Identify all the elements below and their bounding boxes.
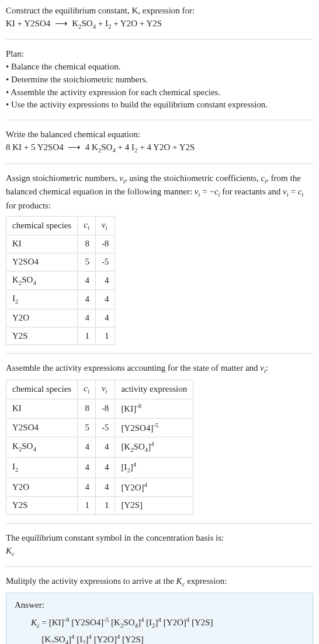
arrow: ⟶ [55, 19, 68, 28]
txt: + I [96, 19, 108, 28]
txt: Mulitply the activity expressions to arr… [6, 576, 176, 586]
cell-c: 5 [78, 418, 96, 437]
intro-equation: KI + Y2SO4 ⟶ K2SO4 + I2 + Y2O + Y2S [6, 18, 313, 32]
cell-c: 4 [78, 309, 96, 327]
stoich-table: chemical species ci νi KI8-8 Y2SO45-5 K2… [6, 216, 115, 346]
cell-v: -8 [95, 399, 115, 418]
txt: for reactants and [220, 187, 283, 196]
divider [6, 566, 313, 567]
kc-expanded: Kc = [KI]-8 [Y2SO4]-5 [K2SO4]4 [I2]4 [Y2… [31, 615, 304, 631]
cell-v: 4 [95, 309, 115, 327]
cell-species: Y2S [6, 327, 78, 345]
col-species: chemical species [6, 380, 78, 399]
txt: SO [82, 19, 93, 28]
txt: 4 K [85, 142, 98, 152]
cell-species: Y2O [6, 309, 78, 327]
cell-c: 4 [78, 271, 96, 290]
table-row: KI8-8 [6, 235, 115, 253]
txt: Assign stoichiometric numbers, [6, 173, 119, 183]
cell-species: KI [6, 399, 78, 418]
divider [6, 523, 313, 524]
cell-v: 4 [95, 271, 115, 290]
balanced-block: Write the balanced chemical equation: 8 … [6, 128, 313, 155]
intro-line-1: Construct the equilibrium constant, K, e… [6, 5, 313, 18]
txt: + Y2O + Y2S [111, 19, 162, 28]
cell-c: 8 [78, 235, 96, 253]
cell-species: Y2O [6, 478, 78, 497]
txt: SO [101, 142, 112, 152]
col-activity: activity expression [115, 380, 193, 399]
cell-v: 4 [95, 437, 115, 458]
cell-species: K2SO4 [6, 437, 78, 458]
table-header-row: chemical species ci νi activity expressi… [6, 380, 193, 399]
cell-c: 8 [78, 399, 96, 418]
col-vi: νi [95, 380, 115, 399]
fraction-numerator: [K2SO4]4 [I2]4 [Y2O]4 [Y2S] [39, 632, 146, 644]
txt: for products: [6, 201, 51, 210]
table-row: I244 [6, 290, 115, 309]
cell-activity: [Y2SO4]-5 [115, 418, 193, 437]
cell-activity: [KI]-8 [115, 399, 193, 418]
cell-c: 4 [78, 478, 96, 497]
cell-c: 1 [78, 327, 96, 345]
multiply-heading: Mulitply the activity expressions to arr… [6, 575, 313, 589]
divider [6, 39, 313, 40]
cell-v: -5 [95, 418, 115, 437]
plan-heading: Plan: [6, 48, 313, 61]
kc-text: The equilibrium constant symbol in the c… [6, 532, 313, 545]
cell-v: 4 [95, 478, 115, 497]
intro-text: Construct the equilibrium constant, K, e… [6, 6, 195, 15]
table-row: K2SO444[K2SO4]4 [6, 437, 193, 458]
kc-symbol: Kc [6, 545, 313, 559]
col-species: chemical species [6, 216, 78, 235]
cell-v: -8 [95, 235, 115, 253]
plan-bullet: • Assemble the activity expression for e… [6, 86, 313, 99]
assemble-heading: Assemble the activity expressions accoun… [6, 362, 313, 376]
arrow: ⟶ [68, 142, 81, 152]
txt: expression: [185, 576, 227, 586]
intro-block: Construct the equilibrium constant, K, e… [6, 5, 313, 31]
cell-activity: [Y2O]4 [115, 478, 193, 497]
cell-species: I2 [6, 457, 78, 478]
txt: K [72, 19, 78, 28]
plan-bullet: • Use the activity expressions to build … [6, 99, 313, 112]
cell-species: KI [6, 235, 78, 253]
table-row: Y2O44 [6, 309, 115, 327]
cell-species: I2 [6, 290, 78, 309]
col-ci: ci [78, 380, 96, 399]
txt: , using the stoichiometric coefficients, [125, 173, 261, 183]
equals: = [31, 641, 38, 644]
table-row: K2SO444 [6, 271, 115, 290]
assign-block: Assign stoichiometric numbers, νi, using… [6, 172, 313, 213]
table-row: KI8-8[KI]-8 [6, 399, 193, 418]
rhs: 4 K2SO4 + 4 I2 + 4 Y2O + Y2S [85, 142, 195, 152]
products: K2SO4 + I2 + Y2O + Y2S [72, 19, 162, 28]
balanced-equation: 8 KI + 5 Y2SO4 ⟶ 4 K2SO4 + 4 I2 + 4 Y2O … [6, 141, 313, 155]
cell-c: 4 [78, 290, 96, 309]
table-row: Y2S11 [6, 327, 115, 345]
col-vi: νi [95, 216, 115, 235]
plan-bullet: • Balance the chemical equation. [6, 61, 313, 74]
table-row: I244[I2]4 [6, 457, 193, 478]
balanced-heading: Write the balanced chemical equation: [6, 128, 313, 141]
table-row: Y2S11[Y2S] [6, 497, 193, 515]
activity-table: chemical species ci νi activity expressi… [6, 380, 193, 515]
cell-activity: [Y2S] [115, 497, 193, 515]
plan-block: Plan: • Balance the chemical equation. •… [6, 48, 313, 112]
table-row: Y2SO45-5 [6, 253, 115, 271]
table-header-row: chemical species ci νi [6, 216, 115, 235]
table-row: Y2O44[Y2O]4 [6, 478, 193, 497]
kc-fraction: = [K2SO4]4 [I2]4 [Y2O]4 [Y2S] [KI]8 [Y2S… [31, 632, 304, 644]
answer-label: Answer: [15, 599, 304, 612]
cell-c: 4 [78, 437, 96, 458]
divider [6, 120, 313, 120]
cell-species: K2SO4 [6, 271, 78, 290]
answer-box: Answer: Kc = [KI]-8 [Y2SO4]-5 [K2SO4]4 [… [6, 593, 313, 644]
kc-symbol-block: The equilibrium constant symbol in the c… [6, 532, 313, 558]
cell-v: 4 [95, 290, 115, 309]
cell-activity: [I2]4 [115, 457, 193, 478]
txt: + 4 I [116, 142, 134, 152]
fraction: [K2SO4]4 [I2]4 [Y2O]4 [Y2S] [KI]8 [Y2SO4… [39, 632, 146, 644]
cell-c: 1 [78, 497, 96, 515]
cell-v: 1 [95, 327, 115, 345]
